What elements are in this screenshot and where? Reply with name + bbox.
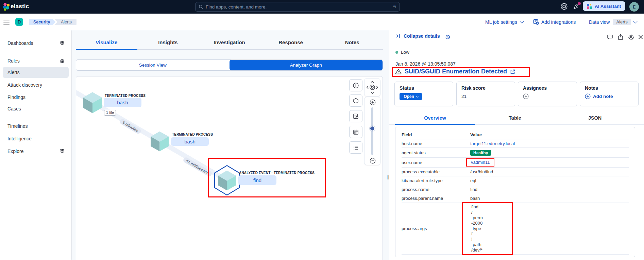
zoom-in-icon[interactable] — [370, 99, 376, 105]
user-avatar[interactable]: E — [629, 2, 639, 12]
menu-icon[interactable] — [3, 20, 10, 24]
risk-score-value: 21 — [461, 94, 510, 99]
user-name-highlight-box: vadmin11 — [466, 158, 494, 167]
notes-card: Notes Add note — [580, 82, 639, 106]
sidebar-item-explore[interactable]: Explore — [3, 146, 69, 157]
node-events-button[interactable] — [349, 110, 362, 122]
sidebar-item-cases[interactable]: Cases — [3, 103, 69, 114]
tab-table[interactable]: Table — [475, 112, 555, 124]
session-view-button[interactable]: Session View — [76, 60, 230, 70]
sidebar-item-alerts[interactable]: Alerts — [3, 67, 69, 78]
sidebar-item-attack-discovery[interactable]: Attack discovery — [3, 80, 69, 90]
process-args-highlight-box: find / -perm -2000 -type f ! -path /dev/… — [462, 202, 513, 255]
breadcrumb-security[interactable]: Security — [29, 19, 55, 25]
ai-assistant-button[interactable]: AI Assistant — [583, 1, 625, 11]
info-icon — [353, 83, 359, 88]
alert-timestamp: Jan 8, 2026 @ 13:05:50.087 — [395, 61, 456, 67]
share-icon[interactable] — [617, 34, 624, 40]
graph-zoom-control[interactable] — [364, 97, 380, 165]
agent-status-badge: Healthy — [470, 150, 491, 156]
zoom-out-icon[interactable] — [370, 158, 376, 164]
assignees-label: Assignees — [523, 85, 572, 91]
risk-score-label: Risk score — [461, 85, 510, 91]
analyzer-graph-canvas[interactable]: 5 minutes <1 millisecond TERMINATED PROC… — [76, 76, 383, 260]
user-name-link[interactable]: vadmin11 — [471, 160, 490, 165]
process-node-cube[interactable] — [83, 92, 102, 113]
tab-notes[interactable]: Notes — [321, 36, 383, 49]
tab-response[interactable]: Response — [260, 36, 322, 49]
list-icon — [353, 145, 359, 151]
node2-name[interactable]: bash — [171, 137, 209, 146]
host-name-link[interactable]: target11.edrmetry.local — [470, 141, 515, 146]
sidebar-item-timelines[interactable]: Timelines — [3, 121, 69, 132]
history-icon[interactable] — [445, 34, 451, 40]
alert-detail-main: Visualize Insights Investigation Respons… — [71, 30, 389, 260]
integrations-icon — [533, 19, 539, 25]
highlighted-fields-table: Field Value host.name target11.edrmetry.… — [395, 127, 635, 257]
sidebar-item-findings[interactable]: Findings — [3, 92, 69, 103]
process-node-cube[interactable] — [151, 131, 169, 152]
schema-button[interactable] — [349, 94, 362, 107]
global-header: elastic Find apps, content, and more. ^/… — [0, 0, 644, 14]
node-legend-button[interactable] — [349, 79, 362, 91]
tab-visualize[interactable]: Visualize — [76, 36, 137, 49]
table-row-process-name: process.name find — [402, 185, 629, 194]
severity-dot — [395, 51, 398, 54]
tab-insights[interactable]: Insights — [137, 36, 199, 49]
breadcrumb-alerts[interactable]: Alerts — [54, 19, 77, 25]
node3-type-label: ANALYZED EVENT · TERMINATED PROCESS — [239, 171, 315, 175]
secondary-toolbar: D Security Alerts ML job settings Add in… — [0, 14, 644, 30]
graph-pan-control[interactable] — [364, 78, 380, 97]
calendar-icon — [353, 129, 359, 135]
space-badge[interactable]: D — [15, 18, 23, 26]
gear-icon[interactable] — [628, 34, 634, 40]
hexagon-icon — [353, 98, 359, 104]
analyzer-graph-button[interactable]: Analyzer Graph — [230, 60, 383, 70]
table-row-process-executable: process.executable /usr/bin/find — [402, 167, 629, 176]
add-assignee-icon[interactable] — [523, 93, 529, 99]
events-list-button[interactable] — [349, 141, 362, 154]
grid-icon — [60, 149, 64, 153]
search-icon — [199, 5, 203, 9]
grid-icon — [60, 41, 64, 45]
zoom-slider-handle[interactable] — [370, 126, 375, 131]
risk-score-card: Risk score 21 — [456, 82, 515, 106]
collapse-details-button[interactable]: Collapse details — [395, 33, 440, 39]
add-integrations-link[interactable]: Add integrations — [533, 14, 576, 30]
panel-resize-handle[interactable]: || — [387, 174, 390, 179]
node1-file-badge[interactable]: 1 file — [104, 110, 116, 116]
tab-investigation[interactable]: Investigation — [199, 36, 260, 49]
tab-json[interactable]: JSON — [555, 112, 635, 124]
notes-label: Notes — [585, 85, 633, 91]
sidebar-item-rules[interactable]: Rules — [3, 55, 69, 66]
alert-details-panel: Collapse details Low Jan 8, 2026 @ 13:05… — [389, 30, 644, 260]
chevron-down-icon — [520, 19, 524, 23]
search-placeholder: Find apps, content, and more. — [206, 4, 393, 10]
date-picker-button[interactable] — [349, 126, 362, 138]
close-icon[interactable] — [638, 34, 644, 40]
assignees-card: Assignees — [518, 82, 577, 106]
node1-name[interactable]: bash — [104, 98, 141, 107]
help-icon[interactable] — [560, 3, 568, 10]
details-tabs: Overview Table JSON — [389, 112, 644, 125]
divider — [443, 33, 443, 41]
ml-job-settings-link[interactable]: ML job settings — [485, 14, 523, 30]
add-note-button[interactable]: Add note — [585, 93, 633, 99]
alert-rule-title[interactable]: SUID/SGUID Enumeration Detected — [395, 68, 515, 75]
search-shortcut: ^/ — [393, 4, 396, 9]
tab-overview[interactable]: Overview — [395, 112, 475, 124]
search-input[interactable]: Find apps, content, and more. ^/ — [195, 2, 400, 12]
divider — [389, 44, 644, 44]
detail-tabs: Visualize Insights Investigation Respons… — [76, 36, 383, 50]
node3-name[interactable]: find — [238, 175, 276, 185]
status-open-button[interactable]: Open — [400, 93, 422, 100]
data-view-value: Alerts — [613, 19, 630, 25]
comment-icon[interactable] — [607, 34, 613, 40]
sidebar-item-intelligence[interactable]: Intelligence — [3, 133, 69, 144]
sidebar-item-dashboards[interactable]: Dashboards — [3, 38, 69, 49]
process-node-cube[interactable] — [218, 170, 236, 191]
data-view-picker[interactable]: Data view Alerts — [589, 14, 636, 30]
elastic-logo-text[interactable]: elastic — [11, 3, 29, 10]
zoom-slider-track[interactable] — [371, 107, 373, 155]
news-feed-icon[interactable] — [573, 3, 580, 10]
